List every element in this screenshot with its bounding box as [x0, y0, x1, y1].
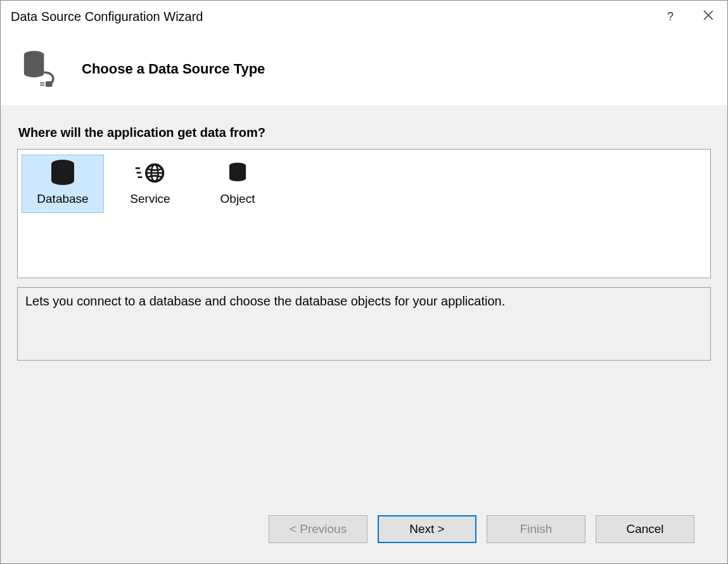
- help-button[interactable]: ?: [651, 1, 689, 32]
- finish-button: Finish: [487, 515, 585, 543]
- next-button-label: Next >: [409, 522, 444, 536]
- svg-point-10: [51, 176, 74, 185]
- svg-rect-11: [136, 167, 140, 169]
- option-label: Database: [37, 192, 88, 206]
- options-panel: Database: [17, 149, 711, 278]
- option-service[interactable]: Service: [109, 155, 191, 213]
- database-icon: [47, 159, 79, 187]
- question-label: Where will the application get data from…: [18, 125, 711, 140]
- next-button[interactable]: Next >: [378, 515, 476, 543]
- svg-rect-12: [137, 172, 141, 174]
- option-label: Service: [130, 192, 170, 206]
- previous-button-label: < Previous: [290, 522, 347, 536]
- option-object[interactable]: Object: [196, 155, 279, 213]
- help-icon: ?: [667, 10, 674, 23]
- svg-rect-13: [137, 176, 142, 178]
- svg-point-4: [24, 69, 44, 77]
- title-bar: Data Source Configuration Wizard ?: [1, 1, 727, 32]
- wizard-header: Choose a Data Source Type: [1, 32, 727, 105]
- finish-button-label: Finish: [520, 522, 552, 536]
- object-icon: [222, 159, 253, 187]
- wizard-window: Data Source Configuration Wizard ?: [0, 0, 728, 564]
- close-icon: [703, 10, 713, 23]
- option-label: Object: [220, 192, 255, 206]
- svg-point-19: [229, 175, 246, 181]
- svg-rect-5: [46, 81, 53, 87]
- service-icon: [134, 159, 166, 187]
- wizard-header-icon: [16, 44, 67, 94]
- wizard-body: Where will the application get data from…: [1, 105, 727, 563]
- page-title: Choose a Data Source Type: [82, 61, 265, 77]
- wizard-footer: < Previous Next > Finish Cancel: [17, 505, 711, 553]
- description-text: Lets you connect to a database and choos…: [25, 294, 505, 308]
- cancel-button-label: Cancel: [626, 522, 663, 536]
- cancel-button[interactable]: Cancel: [596, 515, 694, 543]
- window-title: Data Source Configuration Wizard: [11, 10, 203, 24]
- previous-button: < Previous: [269, 515, 367, 543]
- close-button[interactable]: [689, 1, 727, 32]
- option-database[interactable]: Database: [22, 155, 104, 213]
- description-panel: Lets you connect to a database and choos…: [17, 287, 711, 361]
